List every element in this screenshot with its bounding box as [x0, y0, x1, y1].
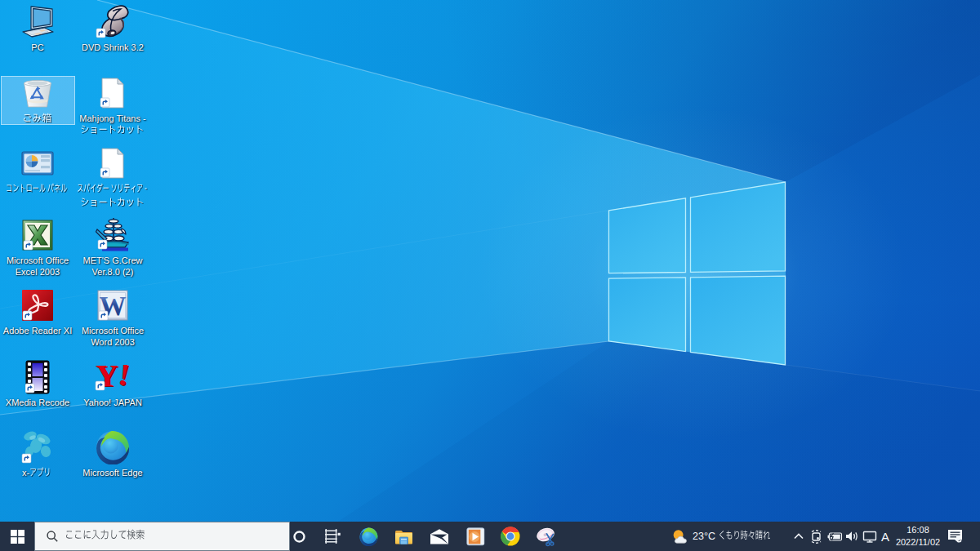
svg-text:!: !	[118, 362, 130, 392]
